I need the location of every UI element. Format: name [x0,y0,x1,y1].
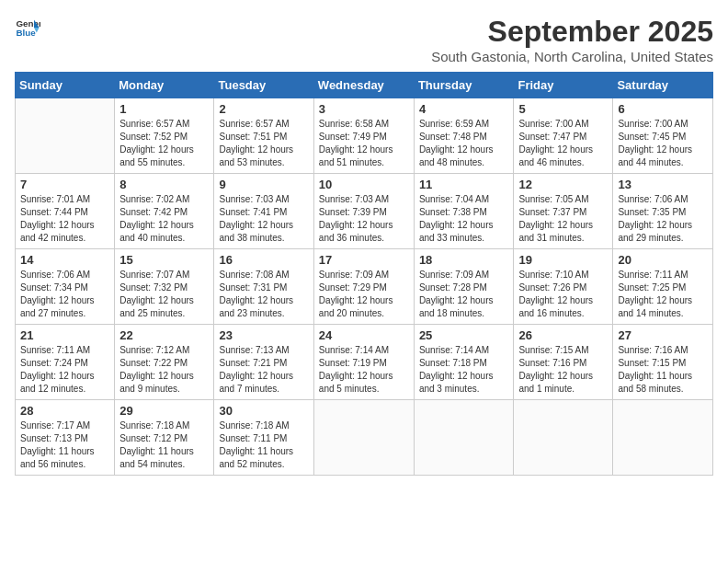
calendar-week-3: 14Sunrise: 7:06 AM Sunset: 7:34 PM Dayli… [16,249,713,325]
day-info: Sunrise: 7:16 AM Sunset: 7:15 PM Dayligh… [618,344,708,396]
title-area: September 2025 South Gastonia, North Car… [431,15,713,64]
calendar-cell: 8Sunrise: 7:02 AM Sunset: 7:42 PM Daylig… [115,174,214,249]
day-info: Sunrise: 7:10 AM Sunset: 7:26 PM Dayligh… [518,269,608,320]
day-info: Sunrise: 7:14 AM Sunset: 7:18 PM Dayligh… [419,344,509,396]
calendar-cell [414,400,514,476]
calendar-cell: 6Sunrise: 7:00 AM Sunset: 7:45 PM Daylig… [613,98,713,174]
day-info: Sunrise: 6:57 AM Sunset: 7:52 PM Dayligh… [119,118,209,169]
day-info: Sunrise: 7:09 AM Sunset: 7:28 PM Dayligh… [419,269,509,320]
calendar-cell: 3Sunrise: 6:58 AM Sunset: 7:49 PM Daylig… [313,98,414,174]
day-number: 30 [219,404,308,418]
day-info: Sunrise: 7:03 AM Sunset: 7:41 PM Dayligh… [219,193,308,245]
logo: General Blue [15,15,40,40]
calendar-week-4: 21Sunrise: 7:11 AM Sunset: 7:24 PM Dayli… [16,325,713,400]
day-info: Sunrise: 7:11 AM Sunset: 7:24 PM Dayligh… [20,344,109,396]
day-number: 6 [618,102,708,116]
day-info: Sunrise: 7:18 AM Sunset: 7:11 PM Dayligh… [219,419,308,471]
day-number: 20 [618,253,708,267]
day-number: 22 [119,328,209,342]
day-info: Sunrise: 7:14 AM Sunset: 7:19 PM Dayligh… [319,344,409,396]
day-number: 14 [20,253,109,267]
day-number: 17 [319,253,409,267]
day-number: 11 [419,178,509,191]
calendar-cell: 29Sunrise: 7:18 AM Sunset: 7:12 PM Dayli… [115,400,214,476]
calendar-cell: 18Sunrise: 7:09 AM Sunset: 7:28 PM Dayli… [414,249,514,325]
header-cell-wednesday: Wednesday [313,73,414,98]
day-info: Sunrise: 7:18 AM Sunset: 7:12 PM Dayligh… [119,419,209,471]
header-cell-saturday: Saturday [613,73,713,98]
calendar-cell: 22Sunrise: 7:12 AM Sunset: 7:22 PM Dayli… [115,325,214,400]
day-number: 1 [119,102,209,116]
day-info: Sunrise: 7:17 AM Sunset: 7:13 PM Dayligh… [20,419,109,471]
day-info: Sunrise: 7:00 AM Sunset: 7:45 PM Dayligh… [618,118,708,169]
day-info: Sunrise: 7:08 AM Sunset: 7:31 PM Dayligh… [219,269,308,320]
day-number: 29 [119,404,209,418]
calendar-cell: 20Sunrise: 7:11 AM Sunset: 7:25 PM Dayli… [613,249,713,325]
calendar-cell: 14Sunrise: 7:06 AM Sunset: 7:34 PM Dayli… [16,249,115,325]
header-cell-monday: Monday [115,73,214,98]
calendar-cell [514,400,613,476]
day-number: 5 [518,102,608,116]
calendar-cell: 23Sunrise: 7:13 AM Sunset: 7:21 PM Dayli… [214,325,313,400]
calendar-cell: 9Sunrise: 7:03 AM Sunset: 7:41 PM Daylig… [214,174,313,249]
day-info: Sunrise: 7:09 AM Sunset: 7:29 PM Dayligh… [319,269,409,320]
day-info: Sunrise: 7:12 AM Sunset: 7:22 PM Dayligh… [119,344,209,396]
calendar-cell: 21Sunrise: 7:11 AM Sunset: 7:24 PM Dayli… [16,325,115,400]
day-number: 21 [20,328,109,342]
day-info: Sunrise: 6:57 AM Sunset: 7:51 PM Dayligh… [219,118,308,169]
calendar-cell: 16Sunrise: 7:08 AM Sunset: 7:31 PM Dayli… [214,249,313,325]
calendar-cell: 27Sunrise: 7:16 AM Sunset: 7:15 PM Dayli… [613,325,713,400]
day-number: 18 [419,253,509,267]
calendar-cell: 13Sunrise: 7:06 AM Sunset: 7:35 PM Dayli… [613,174,713,249]
month-title: September 2025 [431,15,713,49]
day-number: 13 [618,178,708,191]
header-cell-tuesday: Tuesday [214,73,313,98]
header: General Blue September 2025 South Gaston… [15,15,713,64]
calendar-week-5: 28Sunrise: 7:17 AM Sunset: 7:13 PM Dayli… [16,400,713,476]
day-number: 23 [219,328,308,342]
day-info: Sunrise: 7:15 AM Sunset: 7:16 PM Dayligh… [518,344,608,396]
calendar-cell: 26Sunrise: 7:15 AM Sunset: 7:16 PM Dayli… [514,325,613,400]
calendar-cell: 25Sunrise: 7:14 AM Sunset: 7:18 PM Dayli… [414,325,514,400]
day-number: 28 [20,404,109,418]
day-number: 27 [618,328,708,342]
day-info: Sunrise: 6:58 AM Sunset: 7:49 PM Dayligh… [319,118,409,169]
header-cell-friday: Friday [514,73,613,98]
day-info: Sunrise: 7:03 AM Sunset: 7:39 PM Dayligh… [319,193,409,245]
day-info: Sunrise: 7:07 AM Sunset: 7:32 PM Dayligh… [119,269,209,320]
day-number: 15 [119,253,209,267]
day-info: Sunrise: 7:01 AM Sunset: 7:44 PM Dayligh… [20,193,109,245]
calendar-header-row: SundayMondayTuesdayWednesdayThursdayFrid… [16,73,713,98]
calendar-cell: 15Sunrise: 7:07 AM Sunset: 7:32 PM Dayli… [115,249,214,325]
calendar-cell [613,400,713,476]
calendar-cell: 10Sunrise: 7:03 AM Sunset: 7:39 PM Dayli… [313,174,414,249]
calendar-cell: 17Sunrise: 7:09 AM Sunset: 7:29 PM Dayli… [313,249,414,325]
calendar-cell: 28Sunrise: 7:17 AM Sunset: 7:13 PM Dayli… [16,400,115,476]
day-info: Sunrise: 7:13 AM Sunset: 7:21 PM Dayligh… [219,344,308,396]
calendar-cell [313,400,414,476]
calendar-cell: 12Sunrise: 7:05 AM Sunset: 7:37 PM Dayli… [514,174,613,249]
calendar-cell: 30Sunrise: 7:18 AM Sunset: 7:11 PM Dayli… [214,400,313,476]
calendar-week-2: 7Sunrise: 7:01 AM Sunset: 7:44 PM Daylig… [16,174,713,249]
day-info: Sunrise: 7:00 AM Sunset: 7:47 PM Dayligh… [518,118,608,169]
calendar-cell: 5Sunrise: 7:00 AM Sunset: 7:47 PM Daylig… [514,98,613,174]
header-cell-thursday: Thursday [414,73,514,98]
day-number: 26 [518,328,608,342]
day-number: 12 [518,178,608,191]
calendar-cell: 24Sunrise: 7:14 AM Sunset: 7:19 PM Dayli… [313,325,414,400]
day-info: Sunrise: 6:59 AM Sunset: 7:48 PM Dayligh… [419,118,509,169]
header-cell-sunday: Sunday [16,73,115,98]
day-info: Sunrise: 7:04 AM Sunset: 7:38 PM Dayligh… [419,193,509,245]
day-number: 3 [319,102,409,116]
calendar-cell: 19Sunrise: 7:10 AM Sunset: 7:26 PM Dayli… [514,249,613,325]
calendar-cell [16,98,115,174]
logo-icon: General Blue [15,15,40,40]
day-number: 25 [419,328,509,342]
day-number: 19 [518,253,608,267]
calendar-table: SundayMondayTuesdayWednesdayThursdayFrid… [15,72,713,476]
location-title: South Gastonia, North Carolina, United S… [431,49,713,64]
day-info: Sunrise: 7:06 AM Sunset: 7:34 PM Dayligh… [20,269,109,320]
calendar-week-1: 1Sunrise: 6:57 AM Sunset: 7:52 PM Daylig… [16,98,713,174]
day-number: 4 [419,102,509,116]
calendar-cell: 11Sunrise: 7:04 AM Sunset: 7:38 PM Dayli… [414,174,514,249]
